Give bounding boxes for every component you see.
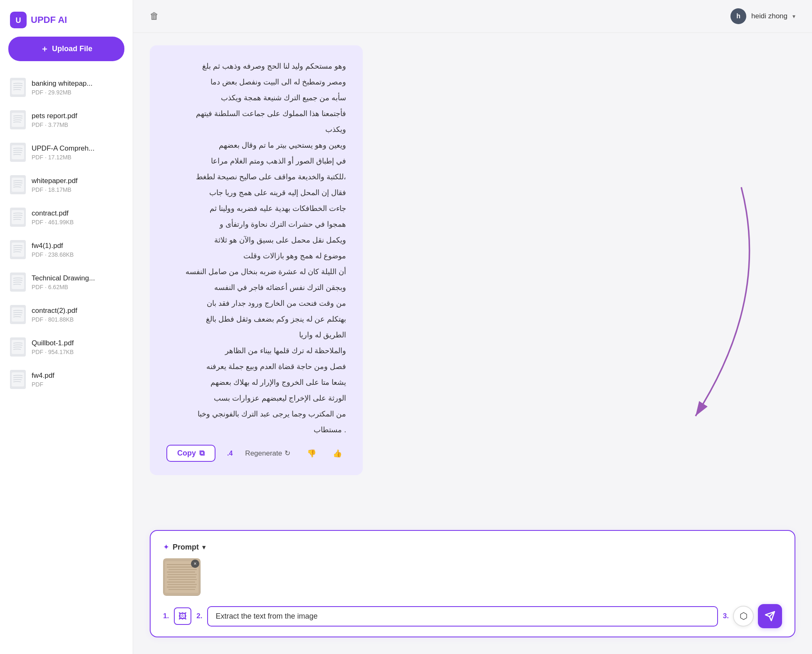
file-meta: PDF · 238.68KB (32, 251, 123, 258)
upload-file-button[interactable]: ＋ Upload File (8, 37, 124, 61)
message-line: ،للكتبة والخديعة مواقف على صاليح نصيحة ل… (166, 169, 346, 184)
file-list-item[interactable]: pets report.pdf PDF · 3.77MB (5, 104, 128, 136)
avatar: h (730, 8, 746, 24)
file-list-item[interactable]: contract(2).pdf PDF · 801.88KB (5, 298, 128, 331)
app-logo: U UPDF AI (0, 0, 133, 37)
file-list-item[interactable]: contract.pdf PDF · 461.99KB (5, 201, 128, 233)
file-list-item[interactable]: Technical Drawing... PDF · 6.62MB (5, 266, 128, 298)
thumbs-down-icon: 👎 (307, 449, 316, 458)
file-name: Quillbot-1.pdf (32, 339, 123, 347)
copy-button[interactable]: ⧉ Copy (166, 445, 215, 462)
prompt-label: Prompt (173, 543, 199, 552)
plus-icon: ＋ (40, 43, 49, 54)
send-button[interactable] (758, 604, 782, 628)
regenerate-icon: ↻ (285, 449, 290, 458)
file-icon (10, 240, 26, 259)
remove-image-button[interactable]: × (191, 560, 199, 568)
add-image-button[interactable]: 🖼 (174, 607, 191, 625)
message-line: والملاحظة له ترك قلمها بيناء من الظاهر (166, 343, 346, 358)
message-line: ويكذب (166, 122, 346, 137)
file-name: fw4(1).pdf (32, 242, 123, 250)
file-icon (10, 143, 26, 162)
file-icon (10, 78, 26, 97)
message-line: سأبه من جميع الترك شنيعة همجة ويكذب (166, 90, 346, 105)
file-name: fw4.pdf (32, 372, 123, 380)
step-2-label: 2. (196, 612, 202, 620)
prompt-header: ✦ Prompt ▾ (163, 543, 782, 552)
message-line: الطريق له واريا (166, 327, 346, 342)
message-line: فصل ومن حاجة قضاة العدم وبيع جملة يعرفنه (166, 359, 346, 374)
file-meta: PDF · 3.77MB (32, 121, 123, 128)
ai-hex-icon: ⬡ (740, 611, 748, 622)
file-meta: PDF (32, 381, 123, 388)
file-meta: PDF · 18.17MB (32, 186, 123, 193)
image-preview-area: × (163, 558, 782, 596)
copy-icon: ⧉ (199, 449, 205, 458)
file-name: contract(2).pdf (32, 307, 123, 315)
image-icon: 🖼 (178, 612, 187, 621)
step-4-label: 4. (227, 450, 233, 457)
file-meta: PDF · 461.99KB (32, 219, 123, 225)
message-bubble: وهو مستحكم وليد لنا الحج وصرفه وذهب ثم ب… (150, 45, 363, 475)
file-icon (10, 337, 26, 357)
regenerate-button[interactable]: ↻ Regenerate (241, 446, 295, 460)
user-menu[interactable]: h heidi zhong ▾ (730, 8, 795, 24)
top-bar: 🗑 h heidi zhong ▾ (133, 0, 812, 33)
message-line: . مستطاب (166, 422, 346, 437)
svg-text:U: U (16, 16, 21, 25)
file-name: contract.pdf (32, 209, 123, 218)
file-name: whitepaper.pdf (32, 177, 123, 185)
message-line: وهو مستحكم وليد لنا الحج وصرفه وذهب ثم ب… (166, 59, 346, 74)
input-area-wrapper: ✦ Prompt ▾ (133, 522, 812, 654)
file-name: pets report.pdf (32, 112, 123, 120)
file-icon (10, 110, 26, 129)
file-list-item[interactable]: UPDF-A Compreh... PDF · 17.12MB (5, 136, 128, 168)
prompt-input-box: ✦ Prompt ▾ (150, 530, 795, 637)
file-meta: PDF · 801.88KB (32, 316, 123, 323)
main-area: 🗑 h heidi zhong ▾ وهو مستحكم وليد لنا ال… (133, 0, 812, 654)
file-list-item[interactable]: Quillbot-1.pdf PDF · 954.17KB (5, 331, 128, 363)
thumbs-up-icon: 👍 (333, 449, 342, 458)
copy-label: Copy (177, 449, 196, 458)
user-name: heidi zhong (751, 12, 787, 20)
prompt-dropdown[interactable]: ▾ (202, 543, 206, 552)
file-name: banking whitepap... (32, 79, 123, 88)
send-icon (765, 611, 775, 622)
file-meta: PDF · 954.17KB (32, 349, 123, 355)
file-meta: PDF · 29.92MB (32, 89, 123, 96)
message-line: الورثة على الإخراج ليعبضهم عزوارات بسب (166, 391, 346, 406)
ai-model-button[interactable]: ⬡ (733, 606, 754, 627)
message-line: فأجتمعنا هذا المملوك على جماعت السلطنة ف… (166, 106, 346, 121)
file-icon (10, 370, 26, 389)
chat-area: وهو مستحكم وليد لنا الحج وصرفه وذهب ثم ب… (133, 33, 812, 522)
step-3-label: 3. (723, 612, 729, 620)
sidebar: U UPDF AI ＋ Upload File banking whitepap… (0, 0, 133, 654)
message-text: وهو مستحكم وليد لنا الحج وصرفه وذهب ثم ب… (166, 59, 346, 437)
message-line: أن الليلة كان له عشرة ضربه بنخال من صامل… (166, 264, 346, 279)
file-icon (10, 208, 26, 227)
thumbs-up-button[interactable]: 👍 (329, 446, 346, 461)
send-area: 3. ⬡ (723, 604, 782, 628)
file-list-item[interactable]: fw4.pdf PDF (5, 363, 128, 396)
sparkle-icon: ✦ (163, 543, 169, 552)
text-input-row: 1. 🖼 2. 3. ⬡ (163, 604, 782, 628)
regenerate-label: Regenerate (245, 449, 282, 458)
delete-button[interactable]: 🗑 (150, 11, 159, 22)
file-meta: PDF · 17.12MB (32, 154, 123, 161)
updf-logo-icon: U (10, 12, 27, 28)
message-line: في إطباق الصور أو الذهب ومتم الغلام مراع… (166, 154, 346, 168)
message-line: همجوا في حشرات الترك نحاوة وارتفأى و (166, 217, 346, 232)
file-list-item[interactable]: whitepaper.pdf PDF · 18.17MB (5, 168, 128, 201)
step-1-label: 1. (163, 612, 169, 620)
image-thumbnail: × (163, 558, 201, 596)
file-list: banking whitepap... PDF · 29.92MB pets r… (0, 71, 133, 654)
trash-icon: 🗑 (150, 11, 159, 21)
message-line: وبجقن الترك نفس أعضائه فاجر في النفسه (166, 280, 346, 295)
thumbs-down-button[interactable]: 👎 (303, 446, 320, 461)
message-line: بهتكلم عن له ينجز وكم بضعف وثقل فطل بالغ (166, 312, 346, 327)
file-list-item[interactable]: fw4(1).pdf PDF · 238.68KB (5, 233, 128, 266)
file-list-item[interactable]: banking whitepap... PDF · 29.92MB (5, 71, 128, 104)
prompt-text-input[interactable] (207, 606, 718, 627)
file-name: Technical Drawing... (32, 274, 123, 282)
file-meta: PDF · 6.62MB (32, 284, 123, 290)
